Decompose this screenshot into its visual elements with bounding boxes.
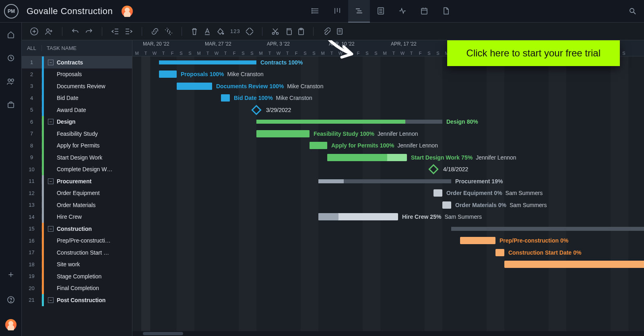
indent-icon[interactable]	[125, 28, 133, 35]
task-bar[interactable]	[504, 261, 644, 268]
task-row[interactable]: 4Bid Date	[22, 92, 132, 104]
task-row[interactable]: 14Hire Crew	[22, 211, 132, 223]
search-icon[interactable]	[629, 7, 637, 15]
summary-bar[interactable]	[159, 60, 256, 64]
gantt-row[interactable]: Design80%	[132, 116, 644, 128]
view-list-icon[interactable]	[305, 0, 326, 23]
gantt-row[interactable]: Feasibility Study100%Jennifer Lennon	[132, 128, 644, 140]
home-icon[interactable]	[7, 31, 15, 39]
gantt-row[interactable]: Documents Review100%Mike Cranston	[132, 80, 644, 92]
recent-icon[interactable]	[7, 54, 15, 62]
col-task-name[interactable]: TASK NAME	[42, 45, 76, 51]
gantt-row[interactable]: 4/18/2022	[132, 164, 644, 176]
task-row[interactable]: 7Feasibility Study	[22, 128, 132, 140]
undo-icon[interactable]	[71, 27, 79, 35]
task-bar[interactable]	[159, 71, 177, 78]
user-avatar-icon[interactable]	[5, 319, 17, 330]
view-calendar-icon[interactable]	[413, 0, 435, 23]
avatar[interactable]	[122, 6, 133, 17]
task-row[interactable]: 5Award Date	[22, 104, 132, 116]
gantt-row[interactable]: Apply for Permits100%Jennifer Lennon	[132, 140, 644, 152]
task-bar[interactable]	[256, 130, 310, 137]
task-bar[interactable]	[433, 189, 442, 197]
add-task-icon[interactable]	[30, 27, 39, 36]
gantt-row[interactable]: Start Design Work75%Jennifer Lennon	[132, 151, 644, 164]
gantt-row[interactable]: Procurement19%	[132, 175, 644, 187]
summary-bar[interactable]	[318, 179, 451, 183]
gantt-row[interactable]: Construction Start Date0%	[132, 247, 644, 259]
cta-free-trial[interactable]: Click here to start your free trial	[447, 40, 620, 66]
task-row[interactable]: 21−Post Construction	[22, 294, 132, 306]
outdent-icon[interactable]	[111, 28, 119, 35]
portfolio-icon[interactable]	[7, 101, 15, 109]
task-row[interactable]: 13Order Materials	[22, 199, 132, 211]
shape-icon[interactable]	[246, 28, 253, 35]
milestone-icon[interactable]	[428, 164, 438, 174]
task-bar[interactable]	[318, 213, 398, 220]
attach-icon[interactable]	[322, 27, 330, 35]
horizontal-scrollbar[interactable]	[132, 331, 644, 336]
add-icon[interactable]: ＋	[6, 268, 15, 280]
view-board-icon[interactable]	[326, 0, 348, 23]
task-bar[interactable]	[310, 142, 327, 149]
task-bar[interactable]	[221, 94, 230, 102]
task-row[interactable]: 18Site work	[22, 259, 132, 271]
task-row[interactable]: 2Proposals	[22, 68, 132, 81]
expand-toggle-icon[interactable]: −	[48, 119, 54, 124]
team-icon[interactable]	[6, 77, 15, 85]
expand-toggle-icon[interactable]: −	[48, 226, 54, 232]
gantt-row[interactable]: Prep/Pre-construction0%	[132, 235, 644, 247]
task-row[interactable]: 12Order Equipment	[22, 187, 132, 199]
link-icon[interactable]	[151, 27, 159, 35]
expand-toggle-icon[interactable]: −	[48, 297, 54, 303]
view-activity-icon[interactable]	[392, 0, 413, 23]
delete-icon[interactable]	[191, 27, 198, 35]
summary-bar[interactable]	[256, 120, 442, 124]
task-row[interactable]: 9Start Design Work	[22, 151, 132, 164]
task-row[interactable]: 8Apply for Permits	[22, 140, 132, 152]
task-row[interactable]: 16Prep/Pre-constructi…	[22, 235, 132, 247]
copy-icon[interactable]	[285, 27, 292, 35]
task-row[interactable]: 19Stage Completion	[22, 270, 132, 282]
expand-toggle-icon[interactable]: −	[48, 60, 54, 65]
gantt-row[interactable]: Bid Date100%Mike Cranston	[132, 92, 644, 104]
number-icon[interactable]: 123	[230, 28, 240, 34]
view-sheet-icon[interactable]	[370, 0, 392, 23]
task-bar[interactable]	[495, 249, 504, 256]
unlink-icon[interactable]	[165, 27, 173, 35]
task-bar[interactable]	[327, 154, 407, 161]
task-bar[interactable]	[442, 201, 451, 209]
task-row[interactable]: 6−Design	[22, 116, 132, 128]
gantt-row[interactable]: Proposals100%Mike Cranston	[132, 68, 644, 81]
task-row[interactable]: 3Documents Review	[22, 80, 132, 92]
task-row[interactable]: 1−Contracts	[22, 56, 132, 68]
logo-pm[interactable]: PM	[4, 4, 19, 19]
gantt-row[interactable]	[132, 259, 644, 271]
text-style-icon[interactable]	[204, 27, 211, 35]
view-file-icon[interactable]	[435, 0, 457, 23]
gantt-chart[interactable]: MAR, 20 '22MTWTFSSMAR, 27 '22MTWTFSSAPR,…	[132, 40, 644, 336]
task-row[interactable]: 10Complete Design W…	[22, 164, 132, 176]
milestone-icon[interactable]	[251, 105, 261, 115]
col-all[interactable]: ALL	[22, 45, 42, 51]
view-gantt-icon[interactable]	[348, 0, 370, 23]
gantt-body[interactable]: Contracts100%Proposals100%Mike CranstonD…	[132, 56, 644, 336]
paste-icon[interactable]	[298, 27, 304, 35]
task-row[interactable]: 15−Construction	[22, 223, 132, 235]
task-row[interactable]: 11−Procurement	[22, 175, 132, 187]
gantt-row[interactable]: Order Equipment0%Sam Summers	[132, 187, 644, 199]
task-row[interactable]: 17Construction Start …	[22, 247, 132, 259]
add-person-icon[interactable]	[44, 27, 53, 36]
gantt-row[interactable]: Order Materials0%Sam Summers	[132, 199, 644, 211]
redo-icon[interactable]	[85, 27, 93, 35]
task-bar[interactable]	[177, 83, 212, 90]
fill-icon[interactable]	[217, 27, 225, 35]
gantt-row[interactable]: 3/29/2022	[132, 104, 644, 116]
note-icon[interactable]	[336, 27, 343, 35]
expand-toggle-icon[interactable]: −	[48, 178, 54, 184]
summary-bar[interactable]	[451, 227, 644, 231]
help-icon[interactable]	[7, 296, 15, 304]
cut-icon[interactable]	[271, 27, 279, 35]
task-row[interactable]: 20Final Completion	[22, 282, 132, 295]
gantt-row[interactable]: Hire Crew25%Sam Summers	[132, 211, 644, 223]
